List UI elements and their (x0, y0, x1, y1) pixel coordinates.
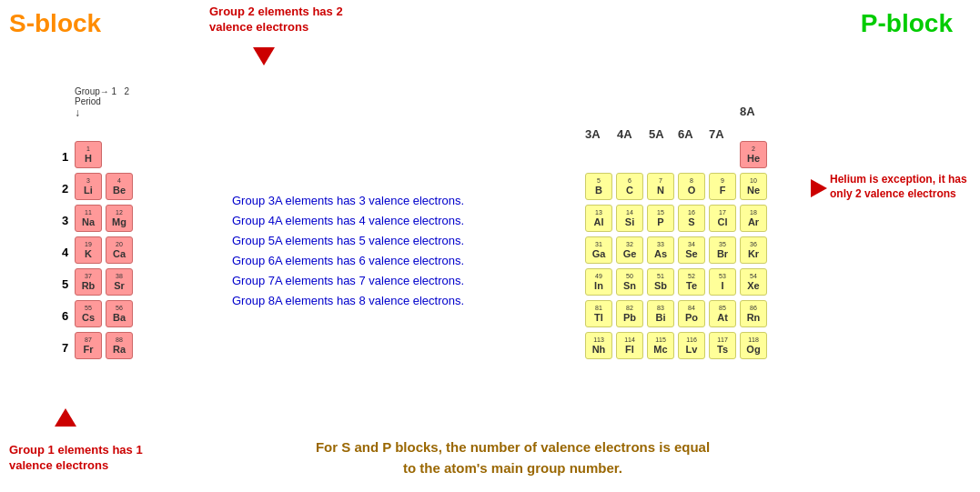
group2-line2: valence electrons (209, 20, 308, 34)
element-Se: 34 Se (678, 236, 705, 264)
element-S: 16 S (678, 205, 705, 232)
element-Sr: 38 Sr (106, 268, 133, 296)
period-6: 6 (62, 309, 68, 323)
element-Kr: 36 Kr (740, 236, 767, 264)
element-Ba: 56 Ba (106, 300, 133, 327)
element-Fr: 87 Fr (75, 332, 102, 359)
element-Sn: 50 Sn (616, 268, 643, 296)
bottom-text: For S and P blocks, the number of valenc… (227, 437, 798, 478)
element-Nh: 113 Nh (585, 332, 612, 359)
element-Li: 3 Li (75, 173, 102, 200)
period-down-arrow: ↓ (75, 106, 80, 119)
p-block-label: P-block (861, 9, 953, 38)
element-Al: 13 Al (585, 205, 612, 232)
element-Ts: 117 Ts (709, 332, 736, 359)
group-3a-info: Group 3A elements has 3 valence electron… (232, 191, 464, 211)
element-Ge: 32 Ge (616, 236, 643, 264)
helium-arrow (811, 179, 827, 197)
element-Cs: 55 Cs (75, 300, 102, 327)
period-1: 1 (62, 150, 68, 164)
group1-line1: Group 1 elements has 1 (9, 443, 143, 457)
group-6a-info: Group 6A elements has 6 valence electron… (232, 251, 464, 271)
group-arrow-label: Group→ 1 (75, 86, 116, 96)
element-Mc: 115 Mc (647, 332, 674, 359)
element-Fl: 114 Fl (616, 332, 643, 359)
element-At: 85 At (709, 300, 736, 327)
header-8a: 8A (740, 105, 755, 118)
period-7: 7 (62, 341, 68, 355)
element-Sb: 51 Sb (647, 268, 674, 296)
element-Br: 35 Br (709, 236, 736, 264)
group-8a-info: Group 8A elements has 8 valence electron… (232, 291, 464, 311)
bottom-text-line1: For S and P blocks, the number of valenc… (316, 439, 710, 455)
element-P: 15 P (647, 205, 674, 232)
element-Pb: 82 Pb (616, 300, 643, 327)
header-4a: 4A (617, 127, 632, 141)
element-He: 2 He (740, 141, 767, 168)
page: S-block P-block Group 2 elements has 2 v… (0, 0, 980, 492)
group1-arrow (55, 408, 76, 427)
element-Rn: 86 Rn (740, 300, 767, 327)
element-Po: 84 Po (678, 300, 705, 327)
element-Ne: 10 Ne (740, 173, 767, 200)
period-4: 4 (62, 246, 68, 259)
s-block-label: S-block (9, 9, 101, 38)
header-7a: 7A (709, 127, 724, 141)
group-7a-info: Group 7A elements has 7 valence electron… (232, 271, 464, 291)
group1-annotation: Group 1 elements has 1 valence electrons (9, 443, 143, 474)
element-Ar: 18 Ar (740, 205, 767, 232)
element-Mg: 12 Mg (106, 205, 133, 232)
element-In: 49 In (585, 268, 612, 296)
element-Si: 14 Si (616, 205, 643, 232)
element-Tl: 81 Tl (585, 300, 612, 327)
period-2: 2 (62, 182, 68, 196)
header-3a: 3A (585, 127, 601, 141)
element-Og: 118 Og (740, 332, 767, 359)
period-3: 3 (62, 214, 68, 227)
group2-arrow (253, 47, 275, 65)
helium-annotation: Helium is exception, it has only 2 valen… (830, 173, 975, 201)
element-Rb: 37 Rb (75, 268, 102, 296)
element-Bi: 83 Bi (647, 300, 674, 327)
header-6a: 6A (678, 127, 693, 141)
element-Cl: 17 Cl (709, 205, 736, 232)
element-K: 19 K (75, 236, 102, 264)
he-annotation-line1: Helium is exception, it has (830, 173, 967, 186)
period-5: 5 (62, 277, 68, 291)
group1-line2: valence electrons (9, 458, 108, 472)
group-5a-info: Group 5A elements has 5 valence electron… (232, 231, 464, 251)
he-annotation-line2: only 2 valence electrons (830, 187, 956, 200)
element-Lv: 116 Lv (678, 332, 705, 359)
element-B: 5 B (585, 173, 612, 200)
element-Ca: 20 Ca (106, 236, 133, 264)
period-label-text: Period (75, 96, 101, 106)
group-info-text: Group 3A elements has 3 valence electron… (232, 191, 464, 312)
header-5a: 5A (649, 127, 664, 141)
element-Xe: 54 Xe (740, 268, 767, 296)
element-H: 1 H (75, 141, 102, 168)
element-Be: 4 Be (106, 173, 133, 200)
group-4a-info: Group 4A elements has 4 valence electron… (232, 211, 464, 231)
bottom-text-line2: to the atom's main group number. (403, 460, 622, 476)
element-Na: 11 Na (75, 205, 102, 232)
group2-line1: Group 2 elements has 2 (209, 5, 343, 18)
group-header: Group→ 1 2 Period ↓ (75, 86, 129, 119)
element-Te: 52 Te (678, 268, 705, 296)
element-F: 9 F (709, 173, 736, 200)
element-Ga: 31 Ga (585, 236, 612, 264)
group2-annotation: Group 2 elements has 2 valence electrons (209, 5, 343, 35)
element-As: 33 As (647, 236, 674, 264)
element-I: 53 I (709, 268, 736, 296)
element-C: 6 C (616, 173, 643, 200)
element-Ra: 88 Ra (106, 332, 133, 359)
element-O: 8 O (678, 173, 705, 200)
element-N: 7 N (647, 173, 674, 200)
